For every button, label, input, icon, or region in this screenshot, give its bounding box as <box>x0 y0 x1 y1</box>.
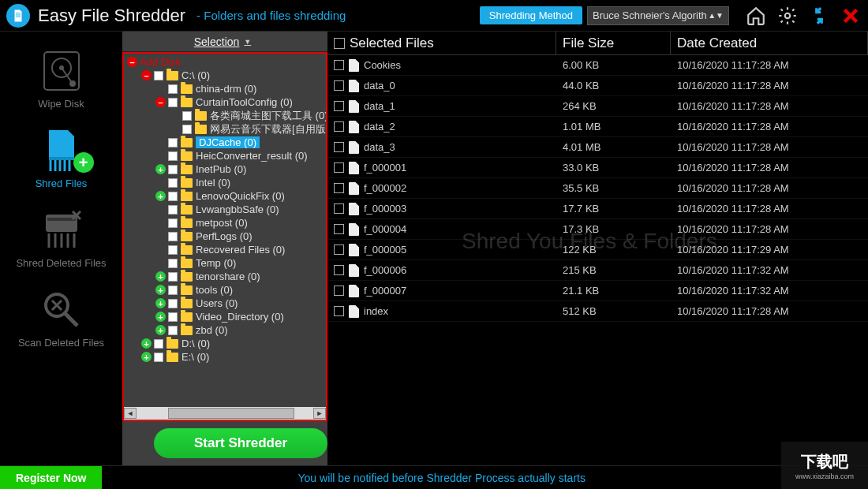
sidebar-item-shred-deleted[interactable]: Shred Deleted Files <box>10 202 113 277</box>
expand-icon[interactable]: + <box>155 164 166 174</box>
expand-icon[interactable]: + <box>141 352 152 362</box>
row-checkbox[interactable] <box>334 60 344 70</box>
tree-node[interactable]: HeicConverter_result (0) <box>124 149 326 162</box>
collapse-icon[interactable]: – <box>155 97 166 107</box>
tree-checkbox[interactable] <box>168 205 178 215</box>
expand-icon[interactable]: + <box>155 325 166 335</box>
expand-icon[interactable]: + <box>155 285 166 295</box>
expand-icon[interactable]: + <box>155 191 166 201</box>
row-checkbox[interactable] <box>334 183 344 193</box>
table-row[interactable]: f_00000417.3 KB10/16/2020 11:17:28 AM <box>327 219 868 240</box>
row-checkbox[interactable] <box>334 224 344 234</box>
tree-checkbox[interactable] <box>154 71 163 80</box>
column-header-date[interactable]: Date Created <box>671 32 868 54</box>
tree-node[interactable]: +E:\ (0) <box>124 350 326 364</box>
minimize-icon[interactable] <box>808 5 830 27</box>
tree-node[interactable]: +D:\ (0) <box>124 337 326 350</box>
tree-node[interactable]: Recovered Files (0) <box>124 243 326 256</box>
select-all-checkbox[interactable] <box>334 38 345 49</box>
tree-node[interactable]: LvwangbbSafe (0) <box>124 203 326 216</box>
table-row[interactable]: data_34.01 MB10/16/2020 11:17:28 AM <box>327 137 868 158</box>
table-row[interactable]: data_044.0 KB10/16/2020 11:17:28 AM <box>327 76 868 96</box>
expand-icon[interactable]: + <box>155 271 166 282</box>
row-checkbox[interactable] <box>334 203 344 214</box>
row-checkbox[interactable] <box>334 142 344 152</box>
table-row[interactable]: Cookies6.00 KB10/16/2020 11:17:28 AM <box>327 55 868 76</box>
table-row[interactable]: data_21.01 MB10/16/2020 11:17:28 AM <box>327 117 868 137</box>
sidebar-item-shred-files[interactable]: + Shred Files <box>10 122 113 197</box>
selection-header[interactable]: Selection ▼ <box>122 32 327 52</box>
tree-node[interactable]: +LenovoQuickFix (0) <box>124 189 326 203</box>
table-row[interactable]: f_000005122 KB10/16/2020 11:17:29 AM <box>327 240 868 260</box>
row-checkbox[interactable] <box>334 162 344 173</box>
column-header-size[interactable]: File Size <box>556 32 671 54</box>
tree-checkbox[interactable] <box>168 272 178 282</box>
tree-checkbox[interactable] <box>168 98 178 107</box>
tree-node[interactable]: Temp (0) <box>124 256 326 270</box>
scroll-thumb[interactable] <box>168 408 294 419</box>
sidebar-item-wipe-disk[interactable]: Wipe Disk <box>10 43 113 118</box>
shredding-method-select[interactable]: Bruce Schneier's Algorith ▲▼ <box>587 6 729 25</box>
tree-node[interactable]: +InetPub (0) <box>124 162 326 176</box>
row-checkbox[interactable] <box>334 80 344 91</box>
table-row[interactable]: index512 KB10/16/2020 11:17:28 AM <box>327 301 868 322</box>
row-checkbox[interactable] <box>334 306 344 316</box>
tree-node[interactable]: +tools (0) <box>124 283 326 297</box>
row-checkbox[interactable] <box>334 244 344 255</box>
scroll-left-arrow-icon[interactable]: ◄ <box>124 408 137 419</box>
tree-checkbox[interactable] <box>168 138 178 147</box>
tree-checkbox[interactable] <box>168 151 178 161</box>
close-icon[interactable] <box>840 5 862 27</box>
tree-checkbox[interactable] <box>154 353 163 362</box>
tree-node[interactable]: 网易云音乐下载器[自用版 <box>124 122 326 136</box>
tree-node[interactable]: 各类商城主图下载工具 (0) <box>124 109 326 122</box>
tree-node[interactable]: +zbd (0) <box>124 323 326 337</box>
table-row[interactable]: f_00000317.7 KB10/16/2020 11:17:28 AM <box>327 199 868 219</box>
shredding-method-button[interactable]: Shredding Method <box>480 6 582 24</box>
table-row[interactable]: f_00000133.0 KB10/16/2020 11:17:28 AM <box>327 158 868 178</box>
row-checkbox[interactable] <box>334 101 344 111</box>
tree-node[interactable]: metpost (0) <box>124 216 326 230</box>
start-shredder-button[interactable]: Start Shredder <box>154 428 327 458</box>
tree-checkbox[interactable] <box>168 192 178 201</box>
column-header-name[interactable]: Selected Files <box>327 32 556 54</box>
tree-node[interactable]: +Video_Directory (0) <box>124 310 326 323</box>
tree-checkbox[interactable] <box>168 232 178 241</box>
row-checkbox[interactable] <box>334 265 344 275</box>
expand-icon[interactable]: + <box>155 312 166 322</box>
table-row[interactable]: f_00000235.5 KB10/16/2020 11:17:28 AM <box>327 178 868 199</box>
tree-checkbox[interactable] <box>168 218 178 228</box>
row-checkbox[interactable] <box>334 121 344 132</box>
collapse-icon[interactable]: – <box>141 70 152 80</box>
tree-checkbox[interactable] <box>168 299 178 308</box>
table-row[interactable]: data_1264 KB10/16/2020 11:17:28 AM <box>327 96 868 117</box>
register-now-button[interactable]: Register Now <box>0 466 102 490</box>
tree-node[interactable]: +tenorshare (0) <box>124 270 326 283</box>
expand-icon[interactable]: + <box>155 298 166 308</box>
tree-node[interactable]: +Users (0) <box>124 297 326 310</box>
gear-icon[interactable] <box>776 5 799 27</box>
table-row[interactable]: f_000006215 KB10/16/2020 11:17:32 AM <box>327 260 868 281</box>
table-row[interactable]: f_00000721.1 KB10/16/2020 11:17:32 AM <box>327 281 868 301</box>
expand-icon[interactable]: + <box>141 338 152 349</box>
tree-node[interactable]: –CurtainToolConfig (0) <box>124 95 326 109</box>
row-checkbox[interactable] <box>334 286 344 296</box>
tree-checkbox[interactable] <box>154 339 163 349</box>
home-icon[interactable] <box>745 5 767 27</box>
tree-node[interactable]: –C:\ (0) <box>124 69 326 82</box>
tree-checkbox[interactable] <box>168 326 178 335</box>
tree-horizontal-scrollbar[interactable]: ◄ ► <box>124 407 326 420</box>
tree-checkbox[interactable] <box>168 245 178 255</box>
tree-node[interactable]: PerfLogs (0) <box>124 230 326 243</box>
tree-checkbox[interactable] <box>168 312 178 322</box>
collapse-icon[interactable]: – <box>127 57 137 67</box>
tree-checkbox[interactable] <box>182 125 192 134</box>
tree-checkbox[interactable] <box>168 286 178 295</box>
scroll-right-arrow-icon[interactable]: ► <box>313 408 326 419</box>
tree-node[interactable]: Intel (0) <box>124 176 326 189</box>
tree-checkbox[interactable] <box>168 178 178 188</box>
tree-node[interactable]: DJCache (0) <box>124 136 326 149</box>
tree-checkbox[interactable] <box>182 111 192 121</box>
tree-node[interactable]: china-drm (0) <box>124 82 326 95</box>
tree-add-disk[interactable]: –Add Disk <box>124 55 326 69</box>
